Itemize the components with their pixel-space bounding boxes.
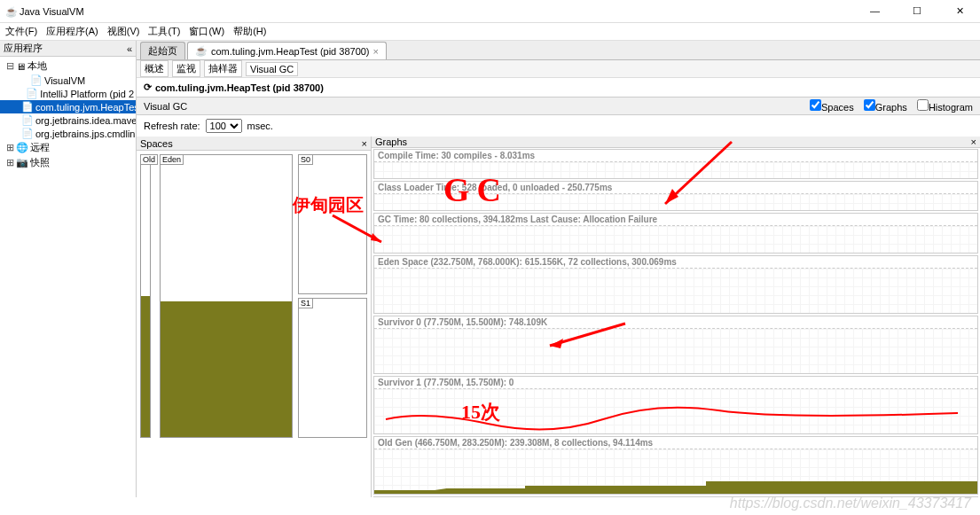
tree-item-2[interactable]: 📄IntelliJ Platform (pid 2: [0, 87, 136, 100]
check-histogram[interactable]: Histogram: [917, 102, 973, 113]
menu-file[interactable]: 文件(F): [5, 25, 37, 38]
apps-sidebar: 应用程序 « ⊟🖥本地📄VisualVM📄IntelliJ Platform (…: [0, 41, 137, 497]
check-spaces[interactable]: Spaces: [810, 102, 854, 113]
s0-space-box: S0: [298, 154, 367, 294]
tree-item-7[interactable]: ⊞📷快照: [0, 155, 136, 170]
apps-tree: ⊟🖥本地📄VisualVM📄IntelliJ Platform (pid 2📄c…: [0, 57, 136, 497]
tab-heaptest-label: com.tuling.jvm.HeapTest (pid 38700): [211, 46, 370, 57]
row-s0: Survivor 0 (77.750M, 15.500M): 748.109K: [373, 316, 978, 374]
panel-close-icon[interactable]: ×: [971, 137, 976, 147]
close-button[interactable]: ✕: [940, 0, 980, 23]
menu-view[interactable]: 视图(V): [107, 25, 140, 38]
menu-tool[interactable]: 工具(T): [148, 25, 180, 38]
editor-tabs: 起始页 ☕ com.tuling.jvm.HeapTest (pid 38700…: [137, 41, 980, 60]
minimize-button[interactable]: —: [855, 0, 895, 22]
spaces-panel: Spaces × Old Eden S0 S1: [137, 137, 372, 497]
spaces-title: Spaces: [140, 138, 173, 149]
row-compile: Compile Time: 30 compiles - 8.031ms: [373, 149, 978, 179]
row-s1: Survivor 1 (77.750M, 15.750M): 0: [373, 376, 978, 434]
tree-item-3[interactable]: 📄com.tuling.jvm.HeapTest: [0, 100, 136, 113]
btn-overview[interactable]: 概述: [140, 60, 169, 77]
java-icon: ☕: [195, 45, 208, 57]
eden-space-box: Eden: [160, 154, 293, 438]
menu-app[interactable]: 应用程序(A): [46, 25, 98, 38]
close-icon[interactable]: ×: [373, 46, 379, 57]
window-titlebar: ☕ Java VisualVM — ☐ ✕: [0, 0, 980, 23]
btn-visualgc[interactable]: Visual GC: [246, 62, 298, 76]
tree-item-4[interactable]: 📄org.jetbrains.idea.maven: [0, 113, 136, 127]
refresh-label: Refresh rate:: [144, 121, 200, 131]
window-title: Java VisualVM: [20, 6, 84, 17]
tree-item-1[interactable]: 📄VisualVM: [0, 74, 136, 87]
watermark: https://blog.csdn.net/weixin_43373417: [730, 495, 971, 511]
panel-close-icon[interactable]: ×: [362, 138, 367, 149]
sidebar-title: 应用程序: [4, 42, 43, 55]
section-name: Visual GC: [144, 101, 187, 112]
s1-met-label: Survivor 1 (77.750M, 15.750M): 0: [374, 377, 977, 389]
row-eden: Eden Space (232.750M, 768.000K): 615.156…: [373, 255, 978, 314]
eden-label: Eden: [160, 154, 184, 165]
process-title: com.tuling.jvm.HeapTest (pid 38700): [155, 82, 324, 93]
tree-item-5[interactable]: 📄org.jetbrains.jps.cmdlin: [0, 127, 136, 140]
refresh-icon[interactable]: ⟳: [144, 82, 152, 93]
tab-start[interactable]: 起始页: [140, 42, 185, 59]
classloader-label: Class Loader Time: 528 loaded, 0 unloade…: [374, 182, 977, 194]
s1-space-box: S1: [298, 298, 367, 438]
btn-sampler[interactable]: 抽样器: [204, 60, 242, 77]
btn-monitor[interactable]: 监视: [172, 60, 200, 77]
graphs-panel: Graphs × Compile Time: 30 compiles - 8.0…: [372, 137, 980, 497]
content-area: 起始页 ☕ com.tuling.jvm.HeapTest (pid 38700…: [137, 41, 980, 497]
menu-help[interactable]: 帮助(H): [233, 25, 266, 38]
old-space-box: Old: [140, 154, 151, 438]
old-met-label: Old Gen (466.750M, 283.250M): 239.308M, …: [374, 437, 977, 449]
tree-item-0[interactable]: ⊟🖥本地: [0, 59, 136, 74]
maximize-button[interactable]: ☐: [898, 0, 937, 23]
app-icon: ☕: [5, 6, 16, 17]
row-gc: GC Time: 80 collections, 394.182ms Last …: [373, 213, 978, 254]
s0-met-label: Survivor 0 (77.750M, 15.500M): 748.109K: [374, 316, 977, 329]
compile-label: Compile Time: 30 compiles - 8.031ms: [374, 150, 977, 162]
tree-item-6[interactable]: ⊞🌐远程: [0, 140, 136, 155]
row-old: Old Gen (466.750M, 283.250M): 239.308M, …: [373, 436, 978, 495]
eden-met-label: Eden Space (232.750M, 768.000K): 615.156…: [374, 256, 977, 269]
old-label: Old: [140, 154, 158, 165]
check-graphs[interactable]: Graphs: [864, 102, 907, 113]
s0-label: S0: [298, 154, 313, 165]
refresh-unit: msec.: [247, 121, 273, 131]
s1-label: S1: [298, 298, 313, 308]
sub-toolbar: 概述 监视 抽样器 Visual GC: [137, 60, 980, 78]
tab-heaptest[interactable]: ☕ com.tuling.jvm.HeapTest (pid 38700) ×: [187, 42, 387, 59]
sidebar-collapse-icon[interactable]: «: [127, 43, 132, 54]
row-classloader: Class Loader Time: 528 loaded, 0 unloade…: [373, 181, 978, 211]
graphs-title: Graphs: [375, 137, 407, 147]
gc-label: GC Time: 80 collections, 394.182ms Last …: [374, 214, 977, 226]
tab-start-label: 起始页: [148, 44, 177, 58]
menu-window[interactable]: 窗口(W): [189, 25, 224, 38]
refresh-select[interactable]: 100: [206, 119, 242, 133]
menu-bar: 文件(F) 应用程序(A) 视图(V) 工具(T) 窗口(W) 帮助(H): [0, 23, 980, 41]
